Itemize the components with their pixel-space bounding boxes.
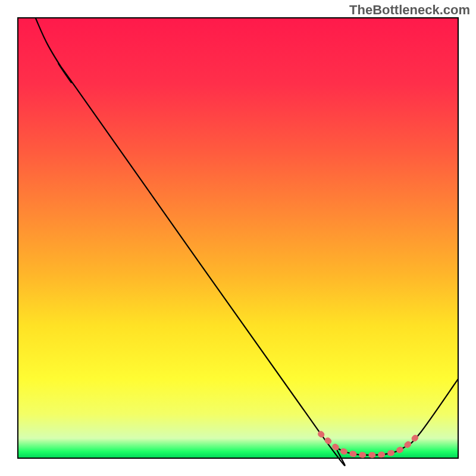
chart-container: TheBottleneck.com	[0, 0, 476, 476]
plot-background	[18, 18, 458, 458]
watermark-text: TheBottleneck.com	[349, 2, 470, 18]
chart-svg	[0, 0, 476, 476]
